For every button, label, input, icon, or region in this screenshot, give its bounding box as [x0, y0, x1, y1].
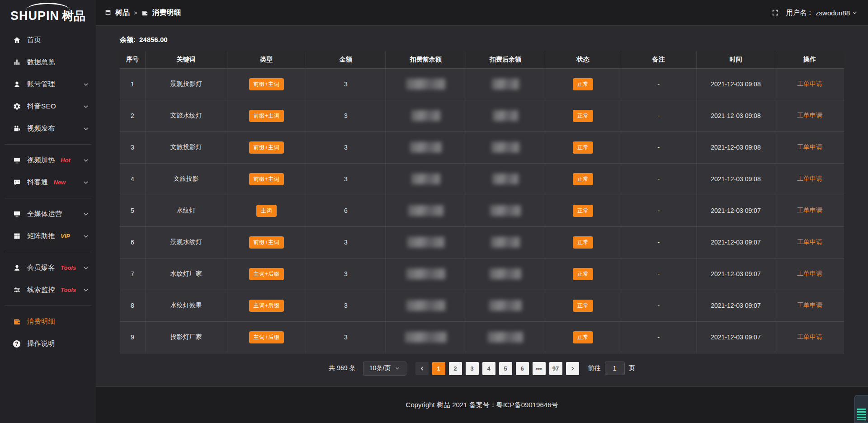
sidebar-item-douketong[interactable]: 抖客通New	[0, 171, 96, 193]
floating-chat-widget[interactable]	[854, 395, 868, 423]
work-order-link[interactable]: 工单申请	[797, 301, 822, 309]
user-icon	[12, 80, 21, 88]
sidebar-item-media-operation[interactable]: 全媒体运营	[0, 203, 96, 225]
work-order-link[interactable]: 工单申请	[797, 80, 822, 87]
sidebar-item-member-baoke[interactable]: 会员爆客Tools	[0, 257, 96, 279]
prev-page-button[interactable]	[415, 362, 429, 375]
page-button-2[interactable]: 2	[449, 362, 462, 375]
cell-post_balance	[466, 258, 545, 290]
jump-label: 前往	[588, 364, 601, 372]
chevron-down-icon	[83, 104, 89, 109]
cell-type: 主词+后缀	[227, 290, 306, 321]
sidebar-item-matrix-boost[interactable]: 矩阵助推VIP	[0, 225, 96, 247]
app-logo[interactable]: SHUPIN 树品	[0, 0, 96, 29]
work-order-link[interactable]: 工单申请	[797, 270, 822, 277]
work-order-link[interactable]: 工单申请	[797, 207, 822, 214]
work-order-link[interactable]: 工单申请	[797, 175, 822, 182]
next-page-button[interactable]	[566, 362, 579, 375]
work-order-link[interactable]: 工单申请	[797, 143, 822, 150]
page-ellipsis-button[interactable]: •••	[533, 362, 546, 375]
cell-status: 正常	[545, 195, 621, 226]
jump-page-input[interactable]	[605, 362, 625, 375]
redacted-balance	[406, 268, 445, 279]
table-row: 7水纹灯厂家主词+后缀3正常-2021-12-03 09:07工单申请	[120, 258, 844, 290]
redacted-balance	[411, 110, 440, 121]
type-badge: 主词+后缀	[249, 331, 284, 343]
fullscreen-icon[interactable]	[772, 9, 779, 16]
redacted-balance	[407, 237, 444, 248]
cell-action: 工单申请	[775, 226, 844, 258]
tv-icon	[12, 156, 21, 164]
sidebar-item-label: 抖客通	[27, 178, 48, 187]
cell-type: 前缀+主词	[227, 163, 306, 195]
status-badge: 正常	[573, 300, 593, 312]
cell-index: 1	[120, 68, 145, 100]
sidebar-item-account-manage[interactable]: 账号管理	[0, 73, 96, 95]
cell-status: 正常	[545, 321, 621, 353]
sidebar-item-consumption[interactable]: 消费明细	[0, 310, 96, 333]
page-button-3[interactable]: 3	[466, 362, 479, 375]
cell-status: 正常	[545, 68, 621, 100]
sidebar-item-clue-monitor[interactable]: 线索监控Tools	[0, 279, 96, 301]
cell-keyword: 文旅投影灯	[145, 132, 227, 163]
page-button-4[interactable]: 4	[482, 362, 495, 375]
sidebar-item-data-overview[interactable]: 数据总览	[0, 51, 96, 73]
page-size-select[interactable]: 10条/页	[363, 362, 406, 376]
redacted-balance	[406, 300, 445, 311]
cell-status: 正常	[545, 163, 621, 195]
chevron-down-icon	[83, 287, 89, 293]
work-order-link[interactable]: 工单申请	[797, 238, 822, 245]
column-header-remark: 备注	[621, 52, 697, 68]
breadcrumb-page: 消费明细	[152, 8, 181, 18]
column-header-action: 操作	[775, 52, 844, 68]
column-header-status: 状态	[545, 52, 621, 68]
cell-action: 工单申请	[775, 290, 844, 321]
redacted-balance	[405, 332, 447, 343]
sliders-icon	[12, 286, 21, 294]
sidebar-item-video-publish[interactable]: 视频发布	[0, 118, 96, 140]
sidebar-item-video-heat[interactable]: 视频加热Hot	[0, 149, 96, 171]
breadcrumb-app[interactable]: 树品	[115, 8, 130, 18]
chevron-down-icon	[83, 212, 89, 217]
copyright-text: Copyright 树品 2021 备案号：粤ICP备09019646号	[406, 401, 558, 409]
user-menu[interactable]: 用户名：zswodun88	[786, 9, 857, 17]
sidebar-item-label: 操作说明	[27, 339, 55, 348]
page-button-1[interactable]: 1	[432, 362, 445, 375]
type-badge: 主词	[256, 205, 277, 217]
page-button-5[interactable]: 5	[499, 362, 512, 375]
cell-pre_balance	[386, 226, 466, 258]
sidebar-item-label: 视频发布	[27, 124, 55, 133]
chevron-down-icon	[83, 126, 89, 132]
cell-pre_balance	[386, 321, 466, 353]
jump-suffix: 页	[629, 364, 635, 372]
status-badge: 正常	[573, 331, 593, 343]
logo-arc-decoration	[26, 3, 70, 10]
sidebar-item-tag: New	[54, 179, 66, 186]
work-order-link[interactable]: 工单申请	[797, 112, 822, 119]
cell-amount: 3	[306, 68, 386, 100]
status-badge: 正常	[573, 110, 593, 122]
logo-text-cn: 树品	[62, 8, 85, 24]
cell-remark: -	[621, 132, 697, 163]
page-button-97[interactable]: 97	[549, 362, 562, 375]
username-label: 用户名：	[786, 9, 813, 17]
page-button-6[interactable]: 6	[516, 362, 529, 375]
sidebar-item-douyin-seo[interactable]: 抖音SEO	[0, 95, 96, 118]
cell-keyword: 景观投影灯	[145, 68, 227, 100]
table-row: 2文旅水纹灯前缀+主词3正常-2021-12-03 09:08工单申请	[120, 100, 844, 132]
chevron-down-icon	[83, 265, 89, 271]
sidebar-item-home[interactable]: 首页	[0, 29, 96, 51]
sidebar-item-label: 矩阵助推	[27, 232, 55, 240]
cell-type: 主词	[227, 195, 306, 226]
type-badge: 前缀+主词	[249, 173, 284, 185]
sidebar-item-instructions[interactable]: ?操作说明	[0, 333, 96, 355]
type-badge: 主词+后缀	[249, 300, 284, 312]
cell-index: 2	[120, 100, 145, 132]
cell-action: 工单申请	[775, 100, 844, 132]
cell-remark: -	[621, 163, 697, 195]
work-order-link[interactable]: 工单申请	[797, 333, 822, 340]
home-icon	[12, 36, 21, 44]
cell-amount: 3	[306, 226, 386, 258]
wallet-icon	[142, 9, 148, 16]
cell-type: 主词+后缀	[227, 258, 306, 290]
